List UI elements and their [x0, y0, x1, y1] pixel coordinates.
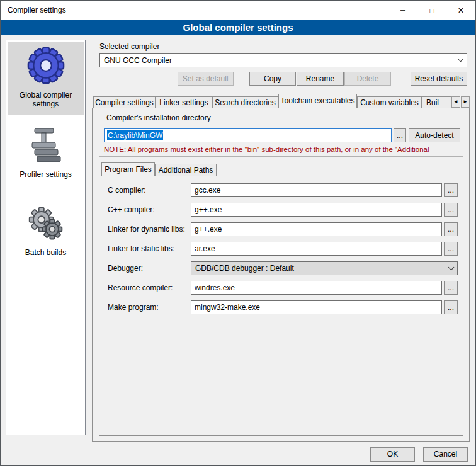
- cancel-button[interactable]: Cancel: [423, 447, 468, 462]
- tab-scroll-left-button[interactable]: ◄: [451, 96, 460, 108]
- ok-button[interactable]: OK: [370, 447, 415, 462]
- tab-search-directories[interactable]: Search directories: [212, 96, 278, 108]
- compiler-settings-window: Compiler settings ─ □ × Global compiler …: [0, 0, 476, 466]
- make-program-input[interactable]: [191, 300, 442, 314]
- cpp-compiler-browse-button[interactable]: ...: [444, 203, 458, 217]
- cpp-compiler-input[interactable]: [191, 203, 442, 217]
- minimize-icon: ─: [400, 7, 405, 14]
- linker-static-label: Linker for static libs:: [108, 244, 174, 253]
- delete-button[interactable]: Delete: [344, 72, 391, 86]
- tab-compiler-settings[interactable]: Compiler settings: [93, 96, 156, 108]
- arrow-right-icon: ►: [463, 99, 468, 105]
- subtab-additional-paths[interactable]: Additional Paths: [155, 164, 217, 176]
- install-dir-input[interactable]: C:\raylib\MinGW: [104, 128, 392, 142]
- debugger-value: GDB/CDB debugger : Default: [191, 264, 445, 273]
- close-icon: ×: [458, 6, 463, 16]
- arrow-left-icon: ◄: [453, 99, 458, 105]
- maximize-icon: □: [429, 7, 434, 14]
- resource-compiler-label: Resource compiler:: [108, 283, 173, 292]
- gray-gears-icon: [28, 205, 64, 242]
- selected-compiler-dropdown[interactable]: GNU GCC Compiler: [99, 53, 467, 67]
- gear-icon: [27, 45, 65, 84]
- c-compiler-browse-button[interactable]: ...: [444, 183, 458, 197]
- linker-dynamic-label: Linker for dynamic libs:: [108, 225, 185, 234]
- sidebar-item-batch-builds[interactable]: Batch builds: [8, 202, 84, 263]
- titlebar[interactable]: Compiler settings ─ □ ×: [1, 1, 475, 20]
- sidebar-item-label: Profiler settings: [20, 170, 72, 179]
- install-dir-note: NOTE: All programs must exist either in …: [104, 145, 462, 153]
- linker-static-browse-button[interactable]: ...: [444, 242, 458, 256]
- linker-dynamic-browse-button[interactable]: ...: [444, 222, 458, 236]
- make-program-browse-button[interactable]: ...: [444, 300, 458, 314]
- debugger-label: Debugger:: [108, 264, 143, 273]
- sidebar-item-label: Batch builds: [25, 248, 66, 257]
- reset-defaults-button[interactable]: Reset defaults: [411, 72, 467, 86]
- debugger-dropdown[interactable]: GDB/CDB debugger : Default: [191, 261, 458, 275]
- minimize-button[interactable]: ─: [388, 1, 417, 20]
- sidebar-item-label: Global compiler settings: [9, 91, 82, 108]
- selected-compiler-value: GNU GCC Compiler: [100, 56, 454, 65]
- c-compiler-label: C compiler:: [108, 186, 146, 195]
- copy-button[interactable]: Copy: [249, 72, 296, 86]
- tab-custom-variables[interactable]: Custom variables: [357, 96, 422, 108]
- c-compiler-input[interactable]: [191, 183, 442, 197]
- window-controls: ─ □ ×: [388, 1, 475, 20]
- dialog-header: Global compiler settings: [1, 20, 475, 35]
- tab-scroll-right-button[interactable]: ►: [461, 96, 470, 108]
- chevron-down-icon: [454, 54, 467, 67]
- install-dir-value: C:\raylib\MinGW: [107, 130, 163, 140]
- sidebar-item-global-compiler-settings[interactable]: Global compiler settings: [8, 42, 84, 115]
- maximize-button[interactable]: □: [417, 1, 446, 20]
- sidebar-item-profiler-settings[interactable]: Profiler settings: [8, 123, 84, 185]
- subtab-program-files[interactable]: Program Files: [101, 162, 155, 176]
- install-dir-browse-button[interactable]: ...: [394, 128, 406, 142]
- settings-sidebar: Global compiler settings Profiler settin…: [6, 40, 86, 435]
- cpp-compiler-label: C++ compiler:: [108, 205, 155, 214]
- selected-compiler-label: Selected compiler: [99, 42, 159, 51]
- rename-button[interactable]: Rename: [297, 72, 344, 86]
- chevron-down-icon: [445, 262, 457, 275]
- installation-directory-group-label: Compiler's installation directory: [104, 113, 213, 122]
- tab-linker-settings[interactable]: Linker settings: [156, 96, 212, 108]
- profiler-clamp-icon: [29, 127, 63, 164]
- set-as-default-button[interactable]: Set as default: [178, 72, 234, 86]
- make-program-label: Make program:: [108, 303, 159, 312]
- resource-compiler-input[interactable]: [191, 281, 442, 295]
- linker-static-input[interactable]: [191, 242, 442, 256]
- linker-dynamic-input[interactable]: [191, 222, 442, 236]
- window-title: Compiler settings: [8, 6, 66, 14]
- tab-toolchain-executables[interactable]: Toolchain executables: [278, 94, 357, 108]
- resource-compiler-browse-button[interactable]: ...: [444, 281, 458, 295]
- auto-detect-button[interactable]: Auto-detect: [409, 128, 460, 142]
- tab-build-truncated[interactable]: Buil: [422, 96, 451, 108]
- close-button[interactable]: ×: [446, 1, 475, 20]
